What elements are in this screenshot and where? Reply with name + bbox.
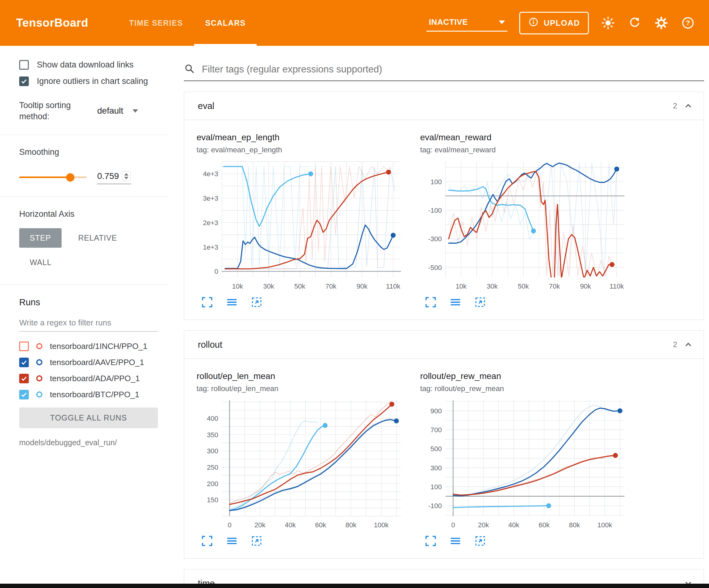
run-item[interactable]: tensorboard/ADA/PPO_1 (19, 374, 159, 383)
fullscreen-icon[interactable] (424, 296, 437, 308)
svg-text:900: 900 (430, 407, 442, 415)
section-eval-header[interactable]: eval 2 (184, 92, 704, 120)
chart-actions (420, 296, 629, 308)
runs-label: Runs (19, 297, 159, 307)
run-label: tensorboard/ADA/PPO_1 (50, 374, 140, 383)
svg-text:80k: 80k (345, 521, 357, 529)
svg-text:?: ? (686, 19, 690, 27)
tooltip-sorting-dropdown[interactable]: default (97, 106, 138, 116)
upload-label: UPLOAD (544, 18, 580, 28)
show-download-links-label: Show data download links (37, 60, 133, 70)
section-count: 2 (673, 340, 677, 349)
svg-text:70k: 70k (325, 282, 337, 290)
line-chart[interactable]: 020k40k60k80k100k-100100300500700900 (420, 397, 629, 534)
app-header: TensorBoard TIME SERIES SCALARS INACTIVE… (0, 0, 709, 46)
upload-button[interactable]: UPLOAD (519, 12, 589, 34)
svg-text:-100: -100 (428, 502, 442, 510)
smoothing-label: Smoothing (19, 147, 159, 157)
svg-text:60k: 60k (539, 521, 550, 529)
runs-filter-input[interactable] (19, 315, 158, 332)
smoothing-slider-thumb[interactable] (66, 173, 75, 181)
svg-text:0: 0 (215, 267, 218, 275)
run-checkbox[interactable] (19, 358, 29, 367)
tooltip-sorting-label: Tooltip sorting method: (19, 100, 83, 122)
ignore-outliers-toggle[interactable]: Ignore outliers in chart scaling (19, 76, 159, 86)
axis-step-button[interactable]: STEP (19, 228, 61, 248)
line-chart[interactable]: 10k30k50k70k90k110k01e+32e+33e+34e+3 (196, 158, 406, 295)
svg-text:70k: 70k (549, 282, 560, 290)
svg-text:50k: 50k (294, 282, 306, 290)
status-dropdown[interactable]: INACTIVE (426, 14, 507, 32)
data-lines-icon[interactable] (226, 296, 238, 308)
refresh-icon[interactable] (627, 16, 642, 30)
help-icon[interactable]: ? (681, 16, 695, 30)
svg-text:300: 300 (207, 447, 218, 455)
chart-tag: tag: eval/mean_reward (420, 146, 629, 154)
checkbox-checked[interactable] (19, 76, 29, 86)
header-actions: INACTIVE UPLOAD ? (426, 0, 709, 46)
toggle-all-runs-button[interactable]: TOGGLE ALL RUNS (19, 408, 158, 428)
fit-domain-icon[interactable] (474, 296, 487, 308)
smoothing-slider[interactable] (19, 177, 87, 178)
svg-text:90k: 90k (357, 282, 368, 290)
data-lines-icon[interactable] (449, 535, 462, 547)
top-tabs: TIME SERIES SCALARS (118, 0, 257, 46)
tab-time-series[interactable]: TIME SERIES (118, 0, 194, 46)
chart-card: rollout/ep_len_meantag: rollout/ep_len_m… (196, 371, 406, 547)
number-stepper[interactable] (122, 171, 131, 181)
fit-domain-icon[interactable] (251, 535, 263, 547)
divider (0, 135, 167, 135)
run-item[interactable]: tensorboard/BTC/PPO_1 (19, 390, 159, 400)
smoothing-slider-fill (19, 177, 70, 178)
tooltip-sorting-value: default (97, 106, 123, 116)
checkbox-unchecked[interactable] (19, 60, 29, 70)
svg-text:30k: 30k (263, 282, 274, 290)
tag-filter-input[interactable] (201, 63, 704, 75)
axis-wall-button[interactable]: WALL (19, 253, 62, 272)
chevron-down-icon (499, 21, 505, 24)
run-checkbox[interactable] (19, 390, 29, 400)
chart-actions (196, 296, 406, 308)
svg-text:400: 400 (207, 415, 218, 423)
data-lines-icon[interactable] (449, 296, 462, 308)
fit-domain-icon[interactable] (251, 296, 263, 308)
svg-text:40k: 40k (508, 521, 520, 529)
chart-tag: tag: rollout/ep_rew_mean (420, 384, 629, 393)
svg-text:100k: 100k (374, 521, 389, 529)
svg-text:-500: -500 (428, 264, 442, 272)
svg-text:700: 700 (430, 426, 442, 434)
svg-text:110k: 110k (386, 282, 401, 290)
run-checkbox[interactable] (19, 341, 29, 351)
fullscreen-icon[interactable] (424, 535, 437, 547)
svg-text:1e+3: 1e+3 (203, 244, 218, 251)
smoothing-value: 0.759 (97, 171, 119, 181)
chart-actions (196, 535, 406, 547)
run-item[interactable]: tensorboard/1INCH/PPO_1 (19, 341, 159, 351)
tab-scalars[interactable]: SCALARS (194, 0, 257, 46)
data-lines-icon[interactable] (226, 535, 238, 547)
svg-text:150: 150 (207, 496, 218, 504)
run-color-circle (36, 359, 43, 365)
fullscreen-icon[interactable] (201, 535, 213, 547)
fullscreen-icon[interactable] (201, 296, 213, 308)
brightness-icon[interactable] (601, 16, 615, 30)
axis-relative-button[interactable]: RELATIVE (68, 228, 128, 248)
runs-logdir-path: models/debugged_eval_run/ (19, 438, 159, 447)
svg-text:20k: 20k (478, 521, 489, 529)
section-rollout-header[interactable]: rollout 2 (184, 331, 704, 359)
svg-text:110k: 110k (610, 282, 624, 290)
run-checkbox[interactable] (19, 374, 29, 383)
svg-text:80k: 80k (569, 521, 580, 529)
chevron-up-icon[interactable] (683, 340, 693, 350)
run-item[interactable]: tensorboard/AAVE/PPO_1 (19, 358, 159, 367)
line-chart[interactable]: 020k40k60k80k100k150200250300350400 (196, 397, 406, 534)
chevron-up-icon[interactable] (683, 101, 693, 111)
smoothing-value-input[interactable]: 0.759 (97, 171, 131, 184)
fit-domain-icon[interactable] (474, 535, 487, 547)
svg-text:20k: 20k (255, 521, 266, 529)
settings-gear-icon[interactable] (654, 16, 669, 30)
svg-text:4e+3: 4e+3 (203, 170, 218, 178)
svg-text:250: 250 (207, 463, 218, 471)
line-chart[interactable]: 10k30k50k70k90k110k100-100-300-500 (420, 158, 629, 295)
show-download-links-toggle[interactable]: Show data download links (19, 60, 159, 70)
